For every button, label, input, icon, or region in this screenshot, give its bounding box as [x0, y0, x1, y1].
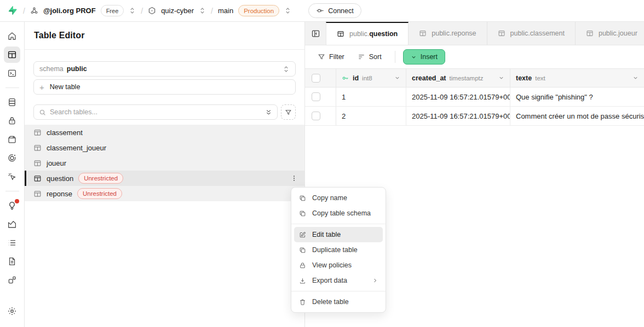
- insert-label: Insert: [421, 53, 438, 61]
- project-switcher-icon[interactable]: [199, 7, 206, 14]
- connect-button[interactable]: Connect: [308, 3, 361, 18]
- logs-list-icon[interactable]: [4, 235, 20, 251]
- table-icon: [33, 144, 42, 152]
- collapse-sidebar-icon[interactable]: [305, 22, 326, 45]
- unrestricted-badge: Unrestricted: [77, 188, 122, 199]
- tab-public-question[interactable]: public.question: [326, 22, 409, 45]
- copy-icon: [298, 210, 307, 217]
- top-bar: / @joli.org PROF Free / quiz-cyber / mai…: [0, 0, 644, 22]
- reports-chart-icon[interactable]: [4, 216, 20, 232]
- table-icon: [33, 174, 42, 183]
- table-list-item-selected[interactable]: question Unrestricted: [25, 171, 304, 186]
- table-list-item[interactable]: joueur: [25, 155, 304, 171]
- table-editor-panel: Table Editor schema public + New table: [25, 22, 305, 327]
- chevron-down-icon: [411, 54, 417, 60]
- row-checkbox[interactable]: [312, 92, 320, 101]
- filter-tables-button[interactable]: [281, 104, 296, 120]
- tab-public-reponse[interactable]: public.reponse: [409, 22, 487, 45]
- tab-schema-prefix: public.: [510, 30, 530, 37]
- grid-header-row: id int8 created_at timestamptz texte tex…: [305, 69, 644, 87]
- table-list-item[interactable]: classement_joueur: [25, 140, 304, 155]
- table-icon: [337, 30, 344, 38]
- menu-item-export-data[interactable]: Export data: [294, 273, 383, 288]
- collapse-all-icon[interactable]: [265, 109, 272, 116]
- advisors-lightbulb-icon[interactable]: [4, 197, 20, 214]
- table-list: classement classement_joueur joueur ques…: [25, 125, 304, 201]
- api-docs-file-icon[interactable]: [4, 253, 20, 270]
- select-all-cell: [305, 69, 336, 87]
- breadcrumb-project[interactable]: quiz-cyber: [161, 7, 194, 15]
- tab-public-classement[interactable]: public.classement: [487, 22, 576, 45]
- table-list-item[interactable]: classement: [25, 125, 304, 140]
- row-select-cell: [305, 107, 336, 125]
- cell-created-at[interactable]: 2025-11-09 16:57:21.01579+00: [406, 107, 510, 125]
- edge-functions-icon[interactable]: [4, 150, 20, 166]
- column-header-created-at[interactable]: created_at timestamptz: [406, 69, 510, 87]
- plus-icon: +: [39, 83, 44, 91]
- integrations-blocks-icon[interactable]: [4, 272, 20, 288]
- menu-item-label: Duplicate table: [312, 246, 358, 254]
- filter-button[interactable]: Filter: [312, 49, 350, 65]
- supabase-app: / @joli.org PROF Free / quiz-cyber / mai…: [0, 0, 644, 327]
- sort-button[interactable]: Sort: [352, 49, 387, 65]
- tab-schema-prefix: public.: [349, 30, 369, 38]
- table-icon: [419, 30, 427, 37]
- auth-lock-icon[interactable]: [4, 113, 20, 129]
- table-name: question: [47, 174, 73, 183]
- organization-icon: [30, 7, 38, 15]
- row-select-cell: [305, 87, 336, 106]
- breadcrumb-branch[interactable]: main: [218, 7, 233, 15]
- column-header-id[interactable]: id int8: [336, 69, 406, 87]
- insert-button[interactable]: Insert: [403, 49, 445, 65]
- branch-switcher-icon[interactable]: [284, 7, 291, 14]
- production-badge: Production: [238, 5, 279, 16]
- table-editor-icon[interactable]: [4, 46, 20, 63]
- table-list-item[interactable]: reponse Unrestricted: [25, 186, 304, 201]
- tab-table-name: classement: [530, 30, 565, 37]
- tab-public-joueur[interactable]: public.joueur: [576, 22, 644, 45]
- menu-item-copy-name[interactable]: Copy name: [294, 190, 383, 206]
- tab-table-name: reponse: [451, 30, 476, 37]
- grid-toolbar: Filter Sort Insert: [305, 45, 644, 69]
- search-tables-input[interactable]: [50, 108, 261, 116]
- cell-id[interactable]: 2: [336, 107, 406, 125]
- column-header-texte[interactable]: texte text: [510, 69, 644, 87]
- row-checkbox[interactable]: [312, 112, 320, 120]
- settings-gear-icon[interactable]: [4, 303, 20, 319]
- nav-rail: [0, 22, 25, 327]
- table-context-menu: Copy name Copy table schema Edit table D…: [291, 187, 386, 313]
- menu-item-copy-table-schema[interactable]: Copy table schema: [294, 206, 383, 221]
- chevron-down-icon[interactable]: [394, 75, 400, 81]
- schema-select[interactable]: schema public: [33, 61, 296, 77]
- cell-created-at[interactable]: 2025-11-09 16:57:21.01579+00: [406, 87, 510, 106]
- new-table-button[interactable]: + New table: [33, 79, 296, 95]
- cell-texte[interactable]: Que signifie "phishing" ?: [510, 87, 644, 106]
- cell-id[interactable]: 1: [336, 87, 406, 106]
- sql-editor-icon[interactable]: [4, 65, 20, 81]
- select-all-checkbox[interactable]: [312, 74, 320, 83]
- cell-texte[interactable]: Comment créer un mot de passe sécurisé: [510, 107, 644, 125]
- storage-icon[interactable]: [4, 131, 20, 148]
- lock-icon: [298, 262, 307, 269]
- menu-item-edit-table[interactable]: Edit table: [294, 227, 383, 242]
- menu-item-label: Delete table: [312, 298, 349, 306]
- grid-row[interactable]: 1 2025-11-09 16:57:21.01579+00 Que signi…: [305, 87, 644, 107]
- chevron-down-icon[interactable]: [498, 75, 504, 81]
- menu-item-view-policies[interactable]: View policies: [294, 258, 383, 273]
- grid-row[interactable]: 2 2025-11-09 16:57:21.01579+00 Comment c…: [305, 107, 644, 126]
- schema-select-label: schema: [39, 65, 64, 73]
- breadcrumb-org[interactable]: @joli.org PROF: [43, 7, 96, 15]
- supabase-logo-icon[interactable]: [8, 5, 18, 16]
- panel-title: Table Editor: [34, 31, 84, 40]
- menu-item-delete-table[interactable]: Delete table: [294, 294, 383, 310]
- table-icon: [33, 159, 42, 167]
- database-icon[interactable]: [4, 94, 20, 110]
- table-options-kebab-icon[interactable]: [290, 174, 298, 182]
- realtime-cursor-icon[interactable]: [4, 168, 20, 185]
- org-switcher-icon[interactable]: [129, 7, 136, 14]
- chevron-down-icon[interactable]: [633, 75, 639, 81]
- menu-item-duplicate-table[interactable]: Duplicate table: [294, 242, 383, 258]
- copy-icon: [298, 195, 307, 202]
- table-icon: [33, 129, 42, 137]
- home-icon[interactable]: [4, 28, 20, 44]
